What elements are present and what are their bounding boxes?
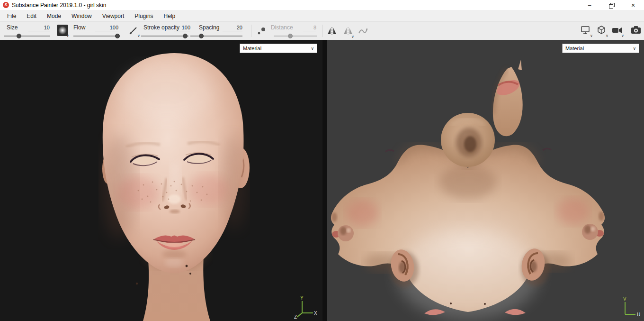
substance-logo-icon: S [3,2,9,8]
material-mode-dropdown-3d[interactable]: Material ∨ [240,44,317,53]
geometry-cube-icon[interactable] [597,25,606,36]
restore-icon [609,3,614,8]
material-mode-value-3d: Material [243,46,261,51]
axis-gizmo-3d: Y X Z [294,295,318,319]
display-glyph [581,26,590,35]
material-mode-dropdown-2d[interactable]: Material ∨ [562,44,639,53]
screenshot-icon[interactable] [631,25,641,35]
distance-slider [274,33,317,39]
radial-symmetry-glyph [343,26,353,36]
stroke-opacity-slider[interactable] [141,33,188,39]
uv-side-sphere-right [582,224,598,240]
distance-dots-icon [257,26,266,36]
stroke-opacity-slider-handle[interactable] [183,34,188,38]
model-3d-head-render [0,40,322,321]
chevron-down-icon: ∨ [633,46,636,51]
stroke-opacity-value[interactable]: 100 [174,24,190,31]
axis-x-label: X [314,311,317,316]
distance-slider-track [274,36,317,37]
axis-u-label: U [637,312,640,317]
screenshot-glyph [631,25,641,35]
spacing-slider-handle[interactable] [199,34,204,38]
size-label: Size [7,24,18,31]
brush-toolbar: Size 10 ∨ Flow 100 ∨ [0,22,644,40]
spacing-slider[interactable] [190,33,242,39]
radial-symmetry-icon[interactable] [343,26,353,36]
camera-chevron-icon[interactable]: ∨ [621,34,624,38]
cube-glyph [597,25,606,36]
flow-slider-handle[interactable] [115,34,120,38]
viewport-2d[interactable]: Material ∨ V U [327,40,644,321]
menu-item-help[interactable]: Help [159,10,181,21]
menu-item-mode[interactable]: Mode [42,10,66,21]
window-title: Substance Painter 2019.1.0 - girl skin [12,2,106,9]
size-value[interactable]: 10 [28,24,50,31]
axis-gizmo-2d: V U [619,296,641,319]
display-chevron-icon[interactable]: ∨ [590,34,593,38]
close-button[interactable]: × [622,0,644,10]
minimize-button[interactable]: – [579,0,600,10]
size-slider-track[interactable] [4,36,50,37]
stroke-opacity-slider-track[interactable] [141,36,188,37]
flow-slider[interactable] [73,33,118,39]
axis-v-label: V [623,296,626,302]
lazy-mouse-icon[interactable] [358,27,367,35]
display-settings-icon[interactable] [581,26,590,35]
viewport-3d[interactable]: Material ∨ Y X Z [0,40,322,321]
pencil-chevron-icon[interactable]: ∨ [137,34,140,38]
axis-y-label: Y [300,295,304,301]
brush-chevron-icon[interactable]: ∨ [66,34,69,38]
menu-item-file[interactable]: File [2,10,21,21]
distance-value: 8 [303,24,316,31]
material-mode-value-2d: Material [565,46,584,51]
flow-slider-track[interactable] [73,36,118,37]
toolbar-separator [251,25,251,37]
viewport-splitter[interactable] [322,40,327,321]
spacing-value[interactable]: 20 [223,24,242,31]
symmetry-chevron-icon[interactable]: ∨ [351,35,354,39]
axis-z-label: Z [294,314,297,319]
title-bar: S Substance Painter 2019.1.0 - girl skin… [0,0,644,10]
symmetry-icon[interactable] [327,26,337,36]
flow-label: Flow [73,24,85,31]
uv-texture-render [327,40,644,321]
flow-value[interactable]: 100 [95,24,118,31]
chevron-down-icon: ∨ [311,46,314,51]
menu-item-window[interactable]: Window [66,10,97,21]
camera-glyph [612,27,622,34]
uv-side-sphere-left [338,225,354,241]
lazy-mouse-glyph [358,27,367,35]
menu-bar: File Edit Mode Window Viewport Plugins H… [0,10,644,22]
maximize-button[interactable] [600,0,622,10]
spacing-slider-track[interactable] [190,36,242,37]
substance-painter-window: S Substance Painter 2019.1.0 - girl skin… [0,0,644,321]
window-controls: – × [579,0,644,10]
distance-glyph [257,26,266,36]
distance-label: Distance [271,24,293,31]
menu-item-viewport[interactable]: Viewport [97,10,129,21]
uv-scalp-island [441,113,495,167]
spacing-label: Spacing [199,24,219,31]
menu-item-plugins[interactable]: Plugins [129,10,158,21]
menu-item-edit[interactable]: Edit [21,10,42,21]
size-slider[interactable] [4,33,50,39]
distance-slider-handle [288,34,293,38]
camera-icon[interactable] [612,27,622,34]
size-slider-handle[interactable] [17,34,21,38]
toolbar-separator-2 [322,25,322,37]
geometry-chevron-icon[interactable]: ∨ [606,34,608,38]
symmetry-glyph [327,26,337,36]
